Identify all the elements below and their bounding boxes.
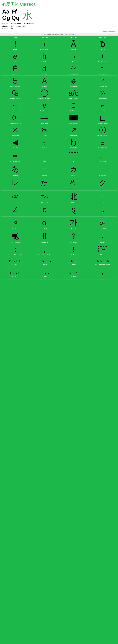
pixel-chars-3: Ь Ъ Ъ Ь — [67, 259, 80, 264]
grid-row-6: ← Arrows ∨ Math Operators ⌸ Misc Technic… — [1, 100, 117, 112]
glyph-Gg: Gg — [2, 15, 10, 21]
cell-dotless-i: ı Modifier Letters — [30, 39, 59, 51]
label-misc-math-symbols-b: Misc Math Symbols B — [97, 135, 108, 136]
label-jamo: Jamo — [72, 61, 75, 62]
label-misc-symbols: Misc Symbols — [12, 135, 19, 136]
cell-currency: ₠ Currency Symbols — [1, 88, 30, 100]
label-cyrillic-ext-c: Cyrillic Ext C — [12, 74, 19, 75]
cell-zeta: Ζ Cyrillic Ext B — [1, 204, 30, 216]
cell-h: h Cyrillic Sup — [30, 51, 59, 63]
glyph-circle-outline — [41, 89, 48, 98]
pixel-chars-1: Ð Ъ Ъ Ь — [9, 259, 22, 264]
font-source: Font Source: http://www.fontke.com/font/… — [0, 33, 118, 36]
label-diac-hiragana-sup: Diac Hiragana Sup — [98, 74, 108, 75]
cell-sup-punct: Ⅎ Sup Punctuation — [88, 137, 117, 149]
label-jamo-ext-b: Jamo Ext B — [100, 228, 106, 230]
grid-row-9: ◀ Misc Arrows ₜ Latin Ext T Ϧ Cyrillic E… — [1, 137, 117, 149]
cell-bopomofo: ヵ Bopomofo — [59, 163, 88, 176]
label-cjk-ext-a: CJK Ext A — [71, 202, 76, 204]
label-vertical-forms: Vertical Forms — [70, 242, 77, 243]
label-cjk-radicals-sup: CJK Radicals Sup — [11, 161, 20, 162]
cell-letterlike: a/c Letterlike Symbols — [59, 88, 88, 100]
glyph-punct: ᵽ — [71, 76, 76, 85]
glyph-e: e — [13, 52, 17, 61]
grid-row-7: ① Enclosed Alphanums — Box Drawing Block… — [1, 112, 117, 125]
col-header-latin1sup: Latin 1 Sup — [30, 36, 59, 38]
cell-arrow-fill-left: ◀ Misc Arrows — [1, 137, 30, 149]
cell-katakana-ku: ク Katakana Ext — [88, 177, 117, 190]
pixel-label-3: CJK Ext A — [71, 264, 76, 265]
grid-row-2: e Cyrillic h Cyrillic Sup ¬ Jamo t Disp … — [1, 51, 117, 63]
cell-cjk-compat-ideograph: 崑 CJK Compat Ideograph — [1, 230, 30, 244]
col-header-latinextA: Latin Ext A — [59, 36, 88, 38]
cell-E-grave: È Cyrillic Ext C — [1, 63, 30, 76]
cell-cyrillic-ext-b: Ϧ Cyrillic Ext B — [59, 137, 88, 149]
label-cyrillic: Cyrillic — [13, 61, 17, 62]
glyph-Aa: Aa — [2, 9, 10, 15]
cell-cjk-strokes: ᄿ CJK Strokes — [59, 177, 88, 190]
glyph-compat-jamo: ¬ — [101, 164, 104, 174]
glyph-comma: , — [43, 245, 45, 254]
label-katakana-ext: Katakana Ext — [99, 188, 106, 190]
glyph-equals: = — [42, 164, 47, 174]
pixel-chars-2: Ъ Ъ Ъ Ъ — [38, 259, 51, 264]
glyph-kayah-li: ˬˬ — [101, 205, 104, 214]
label-katakana: Katakana — [42, 174, 47, 176]
label-phoenician: Phoenician — [41, 74, 47, 75]
cell-exclaim: ! IPA Ext — [1, 39, 30, 51]
label-cjk: CJK — [102, 202, 104, 204]
cell-jamo-ext-b: 혀 Jamo Ext B — [88, 216, 117, 230]
label-ipa-ext: IPA Ext — [13, 49, 17, 50]
pixel-chars-8: Ь — [102, 272, 104, 276]
grid-row-16: 崑 CJK Compat Ideograph ff Alphabetic PF … — [1, 230, 117, 244]
label-cjk-symbols: CJK Symbols — [99, 161, 106, 162]
glyph-hiragana-ta: た — [40, 178, 48, 188]
cell-Ƽ: Ƽ Latin Ext Additional — [1, 76, 30, 88]
pixel-cell-2: Ъ Ъ Ъ Ъ CJK Ext E — [30, 256, 59, 268]
glyph-jamo-ext-a: Ⅺ — [14, 218, 17, 228]
cell-triple-equal: ≡ CJK Radicals Sup — [1, 149, 30, 163]
cell-arrow-left: ← Arrows — [1, 100, 30, 112]
circle-dot-shape — [99, 127, 106, 133]
label-kangxi: Kangxi — [43, 161, 46, 162]
label-cjk-strokes: CJK Strokes — [70, 188, 77, 190]
col-headers-row1: ASCII Latin 1 Sup Latin Ext A Latin Ext … — [1, 36, 117, 38]
cell-black-square: Block Elements — [59, 112, 88, 124]
label-cjk-ext-d: CJK Ext D — [100, 254, 105, 256]
cell-superscript-0: ⁰ Super And Sub — [88, 76, 117, 88]
grid-row-13: (ヱ) Enclosed CJK アパ CJK Compat 北 CJK Ext… — [1, 190, 117, 204]
glyph-number-forms: ⅐ — [100, 89, 105, 98]
glyph-bopomofo: ヵ — [70, 164, 77, 174]
label-disp-hiragana-ext: Disp Hiragana Ext — [98, 61, 107, 62]
pixel-row-1: Ð Ъ Ъ Ь CJK Ext D Ъ Ъ Ъ Ъ CJK Ext E Ь Ъ … — [1, 256, 117, 268]
pixel-chars-6: Ъ Ъ Ь — [40, 271, 49, 275]
grid-row-14: Ζ Cyrillic Ext B c Modifier Tone Letters… — [1, 204, 117, 216]
alphabet-uppercase: ABCDEFGHIJKLMNOPQRSTUVWXYZ — [2, 22, 116, 25]
pixel-cell-6: Ъ Ъ Ь CJK Ext F — [30, 268, 59, 280]
pixel-label-6: CJK Ext F — [42, 276, 47, 277]
pixel-cell-3: Ь Ъ Ъ Ь CJK Ext A — [59, 256, 88, 268]
glyph-Ff: Ff — [12, 9, 19, 15]
glyph-cjk-compat: アパ — [41, 192, 48, 202]
pixel-cell-7: Ь ⊣ ᵒᵒ CJK Ext H — [59, 268, 88, 280]
col-header-latinextB: Latin Ext B — [88, 36, 117, 38]
grid-row-12: レ Radicals た Bopomofo Ext ᄿ CJK Strokes … — [1, 177, 117, 190]
label-kayah-li: Kayah Li — [100, 214, 105, 216]
glyph-b-stroke: ƀ — [100, 40, 105, 48]
cell-control-pic: ⌐ Control Pictures — [88, 100, 117, 112]
label-cjk-compat: CJK Compat — [41, 202, 48, 204]
cell-number-forms: ⅐ Number Forms — [88, 88, 117, 100]
cell-sun-star: ✳ Misc Symbols — [1, 125, 30, 137]
label-bopomofo: Bopomofo — [71, 174, 76, 176]
glyph-black-square — [70, 113, 78, 122]
cell-cjk-symbols: 、 CJK Symbols — [88, 149, 117, 163]
label-math-operators: Math Operators — [40, 110, 48, 112]
glyph-sun-star: ✳ — [12, 126, 18, 134]
glyph-E-grave: È — [13, 64, 18, 73]
label-sup-arrows-b: Sup Arrows B — [70, 135, 77, 136]
label-sup-punctuation: Sup Punctuation — [98, 147, 107, 148]
label-enclosed-alphanums-sup: Enclosed Alphanums Sup — [9, 254, 22, 256]
cell-exclaim2: ! CJK Ext C — [59, 244, 88, 256]
glyph-arrow-left: ← — [11, 101, 19, 110]
cell-em-dash: — Box Drawing — [30, 112, 59, 124]
